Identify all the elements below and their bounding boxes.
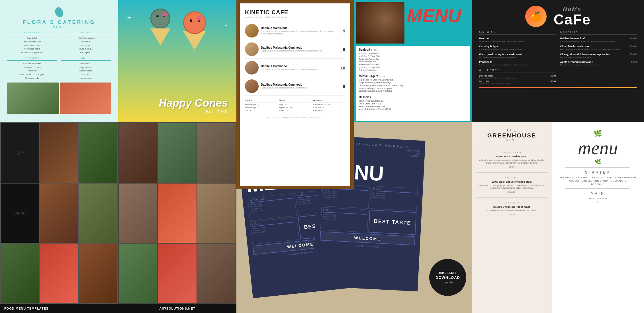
namecafe-cherry-price: $50.00	[630, 53, 637, 56]
namecafe-apple: Apple & walnut marmalade $8.00 Easy and …	[560, 61, 637, 66]
namecafe-panz-desc: Prepare your own version of one of Italy…	[479, 64, 556, 66]
hw-branch-top: 🌿	[557, 129, 638, 137]
kinetic-item-2-info: Dapibus Malesuada Commodo Fusce dapibus,…	[261, 46, 337, 52]
sec-f-2-items: Item Name - $0.00Item Name - $0.00Item N…	[372, 192, 416, 201]
floras-drinks-title: DRINK	[61, 57, 111, 61]
kinetic-item-2-desc: Fusce dapibus, tellus ac cursus commodo,…	[261, 50, 337, 52]
gh-entree-section: ENTREE 100% black angus chopped steak co…	[476, 174, 547, 193]
greenhouse-subtitle: MENU	[506, 139, 518, 141]
fmc-cell-5	[40, 184, 78, 243]
gh-appetizer-price: $8.69	[476, 166, 547, 168]
hw-main-items: FILET MIGNON m	[557, 197, 638, 204]
namecafe-panz: Panzanella Prepare your own version of o…	[479, 61, 556, 66]
namecafe-beetroot-desc: A crisp bunch of broken greens plus oliv…	[479, 40, 556, 43]
kinetic-item-3-info: Dapibus Commodo Fusce dapibus, tellus ac…	[261, 65, 337, 71]
kinetic-address: www.kineticcafe.com | 123 Main Street, W…	[245, 16, 345, 18]
kawaii-chars	[146, 9, 209, 51]
hw-branch-bottom: 🌿	[557, 159, 638, 165]
kinetic-item-4: Dapibus Malesuada Commodo Fusce dapibus,…	[245, 77, 345, 96]
hw-starter-desc: FRESHLY CUT ICEBERG LETTUCE TOPPED WITH …	[557, 176, 638, 186]
menu-back-sec-3: PIZZA Item Name - $0.00Item Name - $0.00…	[250, 217, 299, 244]
floras-starters-items: Kale saladVegan cheese plateFried waterc…	[7, 36, 57, 55]
gh-dessert-desc: It's served warm with Premium Vanilla Be…	[476, 209, 547, 212]
hw-starter-title: STARTER	[557, 170, 638, 174]
fmc-cell-9	[79, 244, 117, 303]
floras-drinks: DRINK Berry smo...Tropical smo...Banana-…	[61, 57, 111, 80]
kinetic-sides-items: Soup - 10Vegetables - 11Salad - 15	[279, 103, 311, 112]
floras-drinks-items: Berry smo...Tropical smo...Banana-berry.…	[61, 62, 111, 80]
greenhouse-title-2: GREENHOUSE	[487, 132, 536, 139]
kinetic-drinks-title: Drinks	[245, 99, 277, 102]
gh-appetizer-name: Farmhouse Garden Salad	[476, 155, 547, 158]
hw-main-title: MAIN	[557, 191, 638, 195]
instant-text: INSTANTDOWNLOAD	[436, 271, 460, 280]
namecafe-cafe-text: CaFe	[554, 13, 591, 27]
aiw-grid	[118, 122, 236, 304]
kinetic-item-4-desc: Fusce dapibus, tellus ac cursus commodo,…	[261, 87, 337, 89]
kinetic-footer-sides: Sides Soup - 10Vegetables - 11Salad - 15	[279, 99, 311, 112]
namecafe-dalgona-price: $8.00	[551, 75, 556, 77]
kinetic-item-2-price: 6	[340, 47, 345, 52]
cone	[150, 28, 170, 46]
happy-cones-text-wrapper: Happy Cones Est. 2000	[118, 97, 236, 114]
aiw-cell-6	[197, 184, 236, 243]
namecafe-logo: 🍊	[525, 6, 547, 27]
namecafe-salads-title: SALADS	[479, 30, 556, 35]
namecafe-beetroot: Beetroot A crisp bunch of broken greens …	[479, 37, 556, 43]
floras-catering-panel: FLORA'S CATERING MENU STARTERS Kale sala…	[0, 0, 118, 122]
happy-cones-est: Est. 2000	[118, 109, 228, 114]
psd-text: PSD File	[443, 281, 453, 284]
namecafe-irish-name: Irish coffee:	[479, 80, 490, 83]
floras-photo-salad	[7, 83, 59, 114]
hw-menu-script: menu	[557, 139, 638, 157]
teal-menu-panel: MENU Seafood $4.99 MSC North Sea Haddock…	[354, 0, 472, 122]
teal-top: MENU	[354, 0, 472, 44]
gh-appetizer-title: APPETIZER	[476, 151, 547, 154]
kinetic-item-1-name: Dapibus Malesuada	[261, 26, 337, 30]
gh-divider-2	[476, 172, 547, 173]
star-deco: ✦	[127, 14, 132, 21]
eye-left	[156, 15, 159, 17]
kinetic-item-1-price: 9	[340, 28, 345, 33]
namecafe-crunchy: Crunchy bulgur A vibrant summer salad wi…	[479, 45, 556, 51]
floras-title: FLORA'S CATERING	[23, 19, 96, 25]
namecafe-brownie: Chocolate brownie cake $50.00 Every Satu…	[560, 45, 637, 51]
menu-front-open: Open Hour10AM/PM	[407, 149, 420, 158]
floras-subtitle: MENU	[53, 25, 66, 28]
namecafe-apple-price: $8.00	[631, 61, 637, 63]
kawaii-scoop	[150, 9, 170, 28]
floras-photos	[7, 83, 111, 114]
teal-divider-2	[359, 94, 467, 94]
page-wrapper: FLORA'S CATERING MENU STARTERS Kale sala…	[0, 0, 644, 313]
namecafe-dalgona-desc: Our new whipped coffee recipe is simple …	[479, 77, 556, 79]
namecafe-irish: Irish coffee: $6.00 Indulge guests with …	[479, 80, 556, 84]
namecafe-cherry-header: Cherry, almond & lemon mascarpone tart $…	[560, 53, 637, 56]
namecafe-dalgona: Dalgona coffee: $8.00 Our new whipped co…	[479, 75, 556, 79]
eye-l2	[190, 19, 192, 22]
kinetic-item-3-price: 10	[340, 65, 345, 70]
gh-dessert-price: $5.70	[476, 213, 547, 216]
aiw-cell-1	[119, 123, 157, 183]
floras-starters: STARTERS Kale saladVegan cheese plateFri…	[7, 31, 57, 55]
happy-cones-panel: ✦ ✦ Happy Cones Est. 2000	[118, 0, 236, 122]
sec-f-1-items: Item Name - $0.00Item Name - $0.00Item N…	[324, 190, 368, 201]
aiw-footer: AIWSOLUTIONS.NET	[118, 304, 236, 313]
menu-front-best-taste: BEST TASTE	[369, 210, 417, 235]
fmc-cell-8	[40, 244, 78, 303]
namecafe-brownie-header: Chocolate brownie cake $50.00	[560, 45, 637, 48]
floras-logo	[53, 5, 66, 18]
teal-food-photo	[356, 2, 404, 44]
namecafe-pearl: Warm pearl barley & roasted carrot This …	[479, 53, 556, 59]
kinetic-footer-drinks: Drinks Hot Beverage - 4Hot Beverage - 5M…	[245, 99, 277, 112]
floras-mains: MAINS Mixed vegetablesBuddha b...Tofu in…	[61, 31, 111, 55]
food-menu-templates-panel: 🍽 menu FOOD MENU TEMPLATES	[0, 122, 118, 313]
kinetic-item-3-desc: Fusce dapibus, tellus ac cursus commodo,…	[261, 68, 337, 71]
aiw-solutions-panel: AIWSOLUTIONS.NET	[118, 122, 236, 313]
instant-download-badge: INSTANTDOWNLOAD PSD File	[429, 259, 466, 296]
aiw-cell-7	[119, 244, 157, 303]
gh-dessert-name: Double Chocolate Fudge Cake	[476, 205, 547, 208]
kinetic-item-1-info: Dapibus Malesuada Fusce dapibus, tellus …	[261, 26, 337, 35]
kinetic-desserts-items: Chocolate Cake - 10Ice Cream - 8Chocolat…	[313, 103, 345, 112]
teal-seafood-title: Seafood $4.99	[359, 48, 467, 51]
aiw-cell-5	[158, 184, 196, 243]
